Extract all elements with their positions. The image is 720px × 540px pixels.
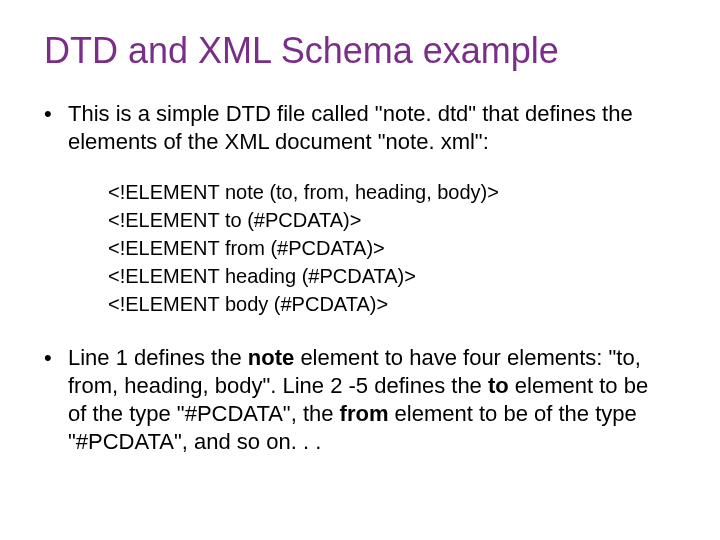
code-line-2: <!ELEMENT to (#PCDATA)> [108, 206, 680, 234]
code-line-1: <!ELEMENT note (to, from, heading, body)… [108, 178, 680, 206]
bullet-item-1: • This is a simple DTD file called "note… [40, 100, 680, 156]
bold-from: from [340, 401, 389, 426]
bullet-marker: • [40, 100, 68, 128]
bullet-item-2: • Line 1 defines the note element to hav… [40, 344, 680, 456]
page-title: DTD and XML Schema example [44, 30, 680, 72]
bullet-marker: • [40, 344, 68, 372]
text-run: Line 1 defines the [68, 345, 248, 370]
code-block: <!ELEMENT note (to, from, heading, body)… [108, 178, 680, 318]
bold-note: note [248, 345, 294, 370]
bullet-text-2: Line 1 defines the note element to have … [68, 344, 680, 456]
code-line-5: <!ELEMENT body (#PCDATA)> [108, 290, 680, 318]
slide-container: DTD and XML Schema example • This is a s… [0, 0, 720, 496]
bold-to: to [488, 373, 509, 398]
code-line-4: <!ELEMENT heading (#PCDATA)> [108, 262, 680, 290]
bullet-text-1: This is a simple DTD file called "note. … [68, 100, 680, 156]
code-line-3: <!ELEMENT from (#PCDATA)> [108, 234, 680, 262]
